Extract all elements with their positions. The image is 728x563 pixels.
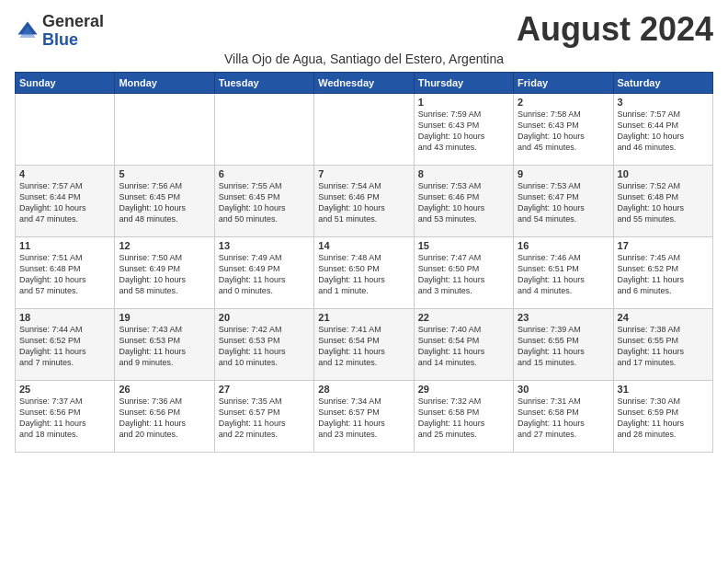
- header-wednesday: Wednesday: [314, 72, 414, 93]
- logo-text: General Blue: [42, 13, 104, 50]
- calendar-cell: 29Sunrise: 7:32 AM Sunset: 6:58 PM Dayli…: [414, 380, 513, 452]
- calendar-cell: 18Sunrise: 7:44 AM Sunset: 6:52 PM Dayli…: [16, 308, 115, 380]
- week-row-0: 1Sunrise: 7:59 AM Sunset: 6:43 PM Daylig…: [16, 93, 713, 165]
- header-monday: Monday: [115, 72, 214, 93]
- logo: General Blue: [15, 13, 104, 50]
- day-info: Sunrise: 7:44 AM Sunset: 6:52 PM Dayligh…: [19, 324, 110, 369]
- day-info: Sunrise: 7:51 AM Sunset: 6:48 PM Dayligh…: [19, 252, 110, 297]
- day-info: Sunrise: 7:36 AM Sunset: 6:56 PM Dayligh…: [119, 396, 210, 441]
- day-number: 18: [19, 312, 110, 323]
- title-block: August 2024: [517, 11, 713, 48]
- header-saturday: Saturday: [613, 72, 712, 93]
- day-info: Sunrise: 7:53 AM Sunset: 6:47 PM Dayligh…: [518, 180, 609, 225]
- calendar-cell: 28Sunrise: 7:34 AM Sunset: 6:57 PM Dayli…: [314, 380, 414, 452]
- day-number: 6: [219, 168, 310, 179]
- calendar-cell: 12Sunrise: 7:50 AM Sunset: 6:49 PM Dayli…: [115, 236, 214, 308]
- calendar-cell: 19Sunrise: 7:43 AM Sunset: 6:53 PM Dayli…: [115, 308, 214, 380]
- calendar-cell: 17Sunrise: 7:45 AM Sunset: 6:52 PM Dayli…: [613, 236, 712, 308]
- header-friday: Friday: [514, 72, 613, 93]
- week-row-1: 4Sunrise: 7:57 AM Sunset: 6:44 PM Daylig…: [16, 165, 713, 236]
- calendar-cell: 11Sunrise: 7:51 AM Sunset: 6:48 PM Dayli…: [16, 236, 115, 308]
- calendar-cell: 20Sunrise: 7:42 AM Sunset: 6:53 PM Dayli…: [214, 308, 313, 380]
- calendar-cell: 30Sunrise: 7:31 AM Sunset: 6:58 PM Dayli…: [514, 380, 613, 452]
- calendar-cell: [16, 93, 115, 165]
- calendar-cell: 15Sunrise: 7:47 AM Sunset: 6:50 PM Dayli…: [414, 236, 513, 308]
- day-info: Sunrise: 7:35 AM Sunset: 6:57 PM Dayligh…: [219, 396, 310, 441]
- day-info: Sunrise: 7:45 AM Sunset: 6:52 PM Dayligh…: [618, 252, 709, 297]
- day-number: 13: [219, 240, 310, 251]
- day-info: Sunrise: 7:53 AM Sunset: 6:46 PM Dayligh…: [418, 180, 509, 225]
- calendar-cell: 2Sunrise: 7:58 AM Sunset: 6:43 PM Daylig…: [514, 93, 613, 165]
- day-number: 9: [518, 168, 609, 179]
- day-number: 3: [618, 97, 709, 108]
- week-row-3: 18Sunrise: 7:44 AM Sunset: 6:52 PM Dayli…: [16, 308, 713, 380]
- calendar-cell: 26Sunrise: 7:36 AM Sunset: 6:56 PM Dayli…: [115, 380, 214, 452]
- calendar-cell: 9Sunrise: 7:53 AM Sunset: 6:47 PM Daylig…: [514, 165, 613, 236]
- day-number: 4: [19, 168, 110, 179]
- calendar-cell: 27Sunrise: 7:35 AM Sunset: 6:57 PM Dayli…: [214, 380, 313, 452]
- month-title: August 2024: [517, 11, 713, 48]
- day-number: 2: [518, 97, 609, 108]
- header-sunday: Sunday: [16, 72, 115, 93]
- day-number: 16: [518, 240, 609, 251]
- week-row-4: 25Sunrise: 7:37 AM Sunset: 6:56 PM Dayli…: [16, 380, 713, 452]
- calendar-table: SundayMondayTuesdayWednesdayThursdayFrid…: [15, 72, 713, 453]
- day-info: Sunrise: 7:46 AM Sunset: 6:51 PM Dayligh…: [518, 252, 609, 297]
- day-number: 8: [418, 168, 509, 179]
- day-info: Sunrise: 7:42 AM Sunset: 6:53 PM Dayligh…: [219, 324, 310, 369]
- day-number: 19: [119, 312, 210, 323]
- day-number: 31: [618, 384, 709, 395]
- logo-blue: Blue: [42, 31, 104, 50]
- day-number: 28: [318, 384, 409, 395]
- calendar-cell: [115, 93, 214, 165]
- calendar-cell: 23Sunrise: 7:39 AM Sunset: 6:55 PM Dayli…: [514, 308, 613, 380]
- day-number: 12: [119, 240, 210, 251]
- calendar-cell: 21Sunrise: 7:41 AM Sunset: 6:54 PM Dayli…: [314, 308, 414, 380]
- day-info: Sunrise: 7:55 AM Sunset: 6:45 PM Dayligh…: [219, 180, 310, 225]
- calendar-cell: 16Sunrise: 7:46 AM Sunset: 6:51 PM Dayli…: [514, 236, 613, 308]
- day-number: 10: [618, 168, 709, 179]
- day-info: Sunrise: 7:56 AM Sunset: 6:45 PM Dayligh…: [119, 180, 210, 225]
- calendar-cell: 10Sunrise: 7:52 AM Sunset: 6:48 PM Dayli…: [613, 165, 712, 236]
- calendar-cell: 13Sunrise: 7:49 AM Sunset: 6:49 PM Dayli…: [214, 236, 313, 308]
- day-number: 20: [219, 312, 310, 323]
- calendar-cell: 4Sunrise: 7:57 AM Sunset: 6:44 PM Daylig…: [16, 165, 115, 236]
- day-info: Sunrise: 7:30 AM Sunset: 6:59 PM Dayligh…: [618, 396, 709, 441]
- calendar-cell: 5Sunrise: 7:56 AM Sunset: 6:45 PM Daylig…: [115, 165, 214, 236]
- day-number: 21: [318, 312, 409, 323]
- day-number: 14: [318, 240, 409, 251]
- day-info: Sunrise: 7:58 AM Sunset: 6:43 PM Dayligh…: [518, 109, 609, 154]
- day-info: Sunrise: 7:38 AM Sunset: 6:55 PM Dayligh…: [618, 324, 709, 369]
- calendar-cell: 7Sunrise: 7:54 AM Sunset: 6:46 PM Daylig…: [314, 165, 414, 236]
- day-number: 26: [119, 384, 210, 395]
- day-number: 17: [618, 240, 709, 251]
- day-number: 5: [119, 168, 210, 179]
- day-number: 11: [19, 240, 110, 251]
- calendar-header: SundayMondayTuesdayWednesdayThursdayFrid…: [16, 72, 713, 93]
- day-info: Sunrise: 7:39 AM Sunset: 6:55 PM Dayligh…: [518, 324, 609, 369]
- day-info: Sunrise: 7:43 AM Sunset: 6:53 PM Dayligh…: [119, 324, 210, 369]
- calendar-cell: 25Sunrise: 7:37 AM Sunset: 6:56 PM Dayli…: [16, 380, 115, 452]
- day-info: Sunrise: 7:34 AM Sunset: 6:57 PM Dayligh…: [318, 396, 409, 441]
- week-row-2: 11Sunrise: 7:51 AM Sunset: 6:48 PM Dayli…: [16, 236, 713, 308]
- day-number: 25: [19, 384, 110, 395]
- day-info: Sunrise: 7:48 AM Sunset: 6:50 PM Dayligh…: [318, 252, 409, 297]
- header: General Blue August 2024: [15, 11, 713, 50]
- logo-icon: [15, 18, 40, 44]
- day-number: 24: [618, 312, 709, 323]
- calendar-cell: [314, 93, 414, 165]
- day-info: Sunrise: 7:57 AM Sunset: 6:44 PM Dayligh…: [618, 109, 709, 154]
- header-row: SundayMondayTuesdayWednesdayThursdayFrid…: [16, 72, 713, 93]
- calendar-cell: 24Sunrise: 7:38 AM Sunset: 6:55 PM Dayli…: [613, 308, 712, 380]
- calendar-cell: 31Sunrise: 7:30 AM Sunset: 6:59 PM Dayli…: [613, 380, 712, 452]
- day-number: 30: [518, 384, 609, 395]
- day-info: Sunrise: 7:41 AM Sunset: 6:54 PM Dayligh…: [318, 324, 409, 369]
- calendar-cell: 6Sunrise: 7:55 AM Sunset: 6:45 PM Daylig…: [214, 165, 313, 236]
- day-info: Sunrise: 7:47 AM Sunset: 6:50 PM Dayligh…: [418, 252, 509, 297]
- day-info: Sunrise: 7:50 AM Sunset: 6:49 PM Dayligh…: [119, 252, 210, 297]
- day-info: Sunrise: 7:59 AM Sunset: 6:43 PM Dayligh…: [418, 109, 509, 154]
- calendar-cell: 3Sunrise: 7:57 AM Sunset: 6:44 PM Daylig…: [613, 93, 712, 165]
- day-info: Sunrise: 7:49 AM Sunset: 6:49 PM Dayligh…: [219, 252, 310, 297]
- header-thursday: Thursday: [414, 72, 513, 93]
- day-number: 7: [318, 168, 409, 179]
